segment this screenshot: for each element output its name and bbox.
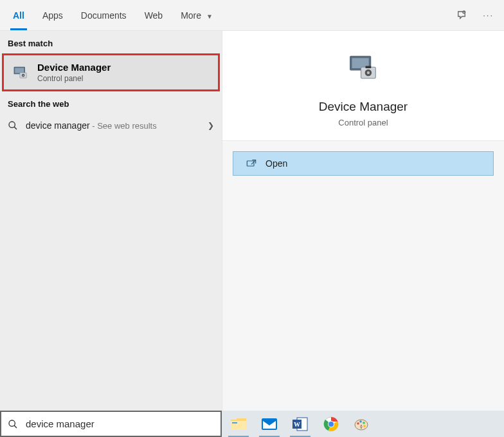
svg-line-16	[14, 425, 17, 428]
svg-point-5	[22, 74, 24, 75]
svg-text:W: W	[294, 421, 300, 428]
folder-icon	[230, 417, 247, 431]
svg-rect-2	[15, 68, 24, 73]
open-icon	[246, 159, 256, 168]
preview-subtitle: Control panel	[233, 118, 494, 127]
svg-point-12	[367, 71, 370, 74]
svg-line-7	[14, 127, 17, 129]
svg-point-26	[357, 422, 359, 425]
taskbar: W	[222, 411, 504, 437]
device-manager-icon	[345, 50, 381, 86]
tab-all[interactable]: All	[4, 1, 33, 30]
preview-panel: Device Manager Control panel Open	[222, 31, 504, 411]
tab-more[interactable]: More ▼	[172, 1, 222, 30]
open-action[interactable]: Open	[233, 151, 494, 176]
mail-icon	[261, 417, 278, 431]
tab-more-label: More	[181, 10, 201, 21]
search-web-heading: Search the web	[0, 91, 222, 114]
paint-icon	[354, 417, 370, 431]
feedback-icon[interactable]	[456, 10, 467, 21]
chevron-right-icon: ❯	[208, 121, 214, 130]
more-options-button[interactable]: ···	[483, 10, 494, 20]
result-subtitle: Control panel	[37, 74, 111, 83]
svg-rect-14	[247, 161, 254, 166]
open-label: Open	[266, 158, 287, 169]
svg-point-28	[363, 422, 365, 424]
svg-point-29	[363, 425, 366, 427]
best-match-result[interactable]: Device Manager Control panel	[2, 53, 220, 91]
chevron-down-icon: ▼	[206, 13, 213, 20]
web-query-text: device manager	[26, 120, 90, 131]
search-box[interactable]	[0, 411, 222, 437]
svg-point-15	[9, 420, 15, 426]
search-header: All Apps Documents Web More ▼ ···	[0, 0, 504, 31]
svg-point-24	[328, 422, 334, 427]
tab-apps[interactable]: Apps	[33, 1, 72, 30]
taskbar-chrome[interactable]	[317, 413, 345, 436]
taskbar-word[interactable]: W	[286, 413, 314, 436]
taskbar-mail[interactable]	[255, 413, 284, 436]
filter-tabs: All Apps Documents Web More ▼	[4, 1, 456, 30]
taskbar-file-explorer[interactable]	[224, 413, 253, 436]
svg-rect-17	[232, 422, 237, 423]
taskbar-paint[interactable]	[348, 413, 376, 436]
search-input[interactable]	[26, 418, 214, 429]
content-area: Best match Device Manager Control panel …	[0, 31, 504, 411]
web-hint-text: - See web results	[90, 121, 157, 131]
svg-point-0	[463, 10, 465, 13]
svg-point-27	[359, 420, 362, 423]
tab-web[interactable]: Web	[136, 1, 172, 30]
result-title: Device Manager	[37, 62, 111, 73]
results-panel: Best match Device Manager Control panel …	[0, 31, 222, 411]
search-icon	[8, 419, 18, 429]
web-search-result[interactable]: device manager - See web results ❯	[0, 114, 222, 137]
device-manager-icon	[12, 64, 30, 82]
preview-title: Device Manager	[233, 100, 494, 114]
best-match-heading: Best match	[0, 31, 222, 53]
bottom-bar: W	[0, 411, 504, 437]
chrome-icon	[323, 416, 339, 432]
word-icon: W	[292, 416, 309, 432]
preview-card: Device Manager Control panel	[222, 31, 504, 141]
search-icon	[8, 120, 18, 131]
svg-rect-13	[366, 66, 372, 69]
svg-point-6	[9, 122, 15, 127]
tab-documents[interactable]: Documents	[72, 1, 136, 30]
